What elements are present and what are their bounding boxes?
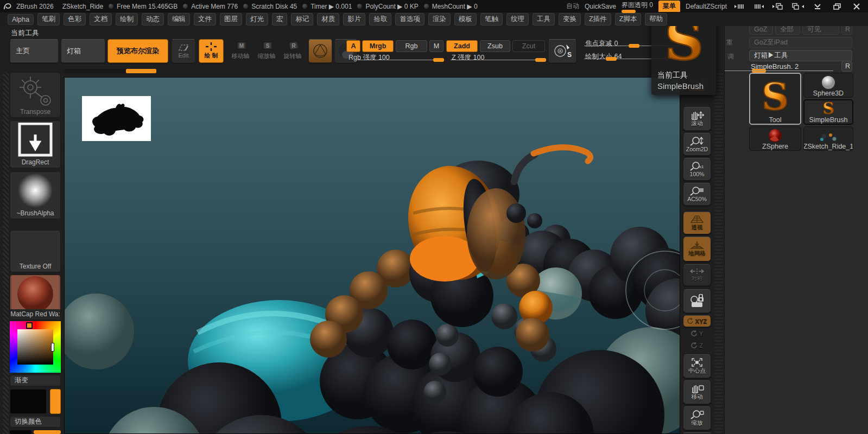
symmetry-button[interactable]: 对称 xyxy=(683,264,711,286)
menu-stroke[interactable]: 笔触 xyxy=(480,13,503,25)
alpha-channel-button[interactable]: A xyxy=(346,40,360,52)
zadd-button[interactable]: Zadd xyxy=(446,40,478,52)
lightbox-to-tool-button[interactable]: 灯箱▶工具 xyxy=(749,50,852,61)
color-picker[interactable] xyxy=(10,321,61,373)
rotate-z-button[interactable]: Z xyxy=(683,340,711,351)
focal-shift-handle[interactable] xyxy=(629,44,639,48)
menu-layer[interactable]: 图层 xyxy=(220,13,242,25)
menu-dynamic[interactable]: 动态 xyxy=(142,13,164,25)
transpose-button[interactable]: Transpose xyxy=(10,72,61,118)
collapse-left-tray-button[interactable] xyxy=(732,2,746,11)
gradient-button[interactable]: 渐变 xyxy=(10,375,61,386)
menu-light[interactable]: 灯光 xyxy=(246,13,268,25)
z-intensity-handle[interactable] xyxy=(535,58,546,62)
menu-marker[interactable]: 标记 xyxy=(291,13,313,25)
viewport-canvas[interactable] xyxy=(64,77,680,434)
menu-file[interactable]: 文件 xyxy=(194,13,216,25)
next-ui-layout-button[interactable] xyxy=(791,2,805,11)
zscript-button[interactable]: DefaultZScript xyxy=(686,3,727,10)
ui-opacity-slider[interactable]: 界面透明 0 xyxy=(622,1,653,12)
move-axis-button[interactable]: M 移动轴 xyxy=(228,39,253,63)
saturation-value-square[interactable] xyxy=(17,329,53,365)
tool-item-sphere3d[interactable]: Sphere3D xyxy=(803,73,853,98)
zsub-button[interactable]: Zsub xyxy=(480,40,510,52)
alt-color-swatch-partial[interactable] xyxy=(10,430,31,434)
tool-item-simplebrush[interactable]: S SimpleBrush xyxy=(803,99,853,125)
menu-tool[interactable]: 工具 xyxy=(533,13,555,25)
draw-size-handle[interactable] xyxy=(606,57,617,61)
tray-divider[interactable] xyxy=(714,73,723,434)
menu-render[interactable]: 渲染 xyxy=(428,13,451,25)
pan-move-button[interactable]: 移动 xyxy=(683,380,711,404)
hue-cursor[interactable] xyxy=(26,322,33,329)
menu-edit[interactable]: 编辑 xyxy=(168,13,190,25)
texture-off-button[interactable]: Texture Off xyxy=(10,230,61,272)
rotate-xyz-button[interactable]: XYZ xyxy=(683,315,711,327)
secondary-color-swatch[interactable] xyxy=(50,389,61,414)
perspective-button[interactable]: 透视 xyxy=(683,212,711,234)
tool-item-zsphere[interactable]: ZSphere xyxy=(749,126,801,151)
menu-movie[interactable]: 影片 xyxy=(343,13,365,25)
close-button[interactable] xyxy=(850,2,864,11)
tool-r-button[interactable]: R xyxy=(841,61,852,72)
antialiased-half-button[interactable]: AC50% xyxy=(683,183,711,206)
menu-transform[interactable]: 变换 xyxy=(559,13,581,25)
menu-brush[interactable]: 笔刷 xyxy=(37,13,60,25)
ui-opacity-handle[interactable] xyxy=(622,10,636,13)
lightbox-button[interactable]: 灯箱 xyxy=(61,39,105,63)
menu-preferences[interactable]: 首选项 xyxy=(395,13,425,25)
collapse-right-tray-button[interactable] xyxy=(752,2,766,11)
camera-lock-button[interactable] xyxy=(683,289,711,313)
stroke-dragrect-button[interactable]: DragRect xyxy=(10,120,61,168)
menu-zplugin[interactable]: Z插件 xyxy=(585,13,611,25)
menu-help[interactable]: 帮助 xyxy=(645,13,667,25)
lazy-mouse-button[interactable]: S xyxy=(548,39,576,63)
rotate-y-button[interactable]: Y xyxy=(683,328,711,339)
quicksave-button[interactable]: QuickSave xyxy=(585,3,616,10)
menu-draw[interactable]: 绘制 xyxy=(116,13,138,25)
actual-size-button[interactable]: x1 100% xyxy=(683,158,711,181)
goz-ipad-button[interactable]: GoZ至iPad xyxy=(749,37,852,48)
mrgb-button[interactable]: Mrgb xyxy=(362,40,394,52)
lightbox-divider-slider[interactable] xyxy=(64,69,156,73)
preview-boolean-button[interactable]: 预览布尔渲染 xyxy=(107,39,168,63)
menu-document[interactable]: 文档 xyxy=(90,13,112,25)
minimize-button[interactable] xyxy=(810,2,825,11)
menu-material[interactable]: 材质 xyxy=(317,13,339,25)
tool-item-zsketch-ride[interactable]: ZSketch_Ride_1 xyxy=(803,126,853,151)
zcut-button[interactable]: Zcut xyxy=(512,40,545,52)
active-tool-slider[interactable] xyxy=(725,71,833,71)
menu-picker[interactable]: 拾取 xyxy=(369,13,391,25)
m-button[interactable]: M xyxy=(429,40,443,52)
scroll-button[interactable]: 滚动 xyxy=(683,107,711,131)
menu-macro[interactable]: 宏 xyxy=(272,13,288,25)
draw-button[interactable]: 绘 制 xyxy=(199,39,224,63)
prev-ui-layout-button[interactable] xyxy=(771,2,785,11)
zoom3d-button[interactable]: 缩放 xyxy=(683,406,711,430)
switch-color-button[interactable]: 切换颜色 xyxy=(10,416,61,427)
material-matcap-button[interactable]: MatCap Red Wa: xyxy=(10,275,61,320)
scale-axis-button[interactable]: S 缩放轴 xyxy=(254,39,279,63)
left-tray-scrollbar[interactable] xyxy=(3,72,9,434)
restore-button[interactable] xyxy=(830,2,844,11)
edit-button[interactable]: Edit xyxy=(172,39,195,63)
sv-cursor[interactable] xyxy=(51,343,54,352)
rgb-button[interactable]: Rgb xyxy=(396,40,427,52)
zoom2d-button[interactable]: Zoom2D xyxy=(683,133,711,156)
menu-button[interactable]: 菜单 xyxy=(658,1,680,12)
main-color-swatch[interactable] xyxy=(10,389,47,414)
menu-alpha[interactable]: Alpha xyxy=(8,14,34,25)
rotate-axis-button[interactable]: R 旋转轴 xyxy=(280,39,305,63)
home-button[interactable]: 主页 xyxy=(10,39,59,63)
alpha-brushalpha-button[interactable]: ~BrushAlpha xyxy=(10,171,61,219)
menu-color[interactable]: 色彩 xyxy=(64,13,86,25)
floor-grid-button[interactable]: 地网格 xyxy=(683,237,711,261)
menu-zscript[interactable]: Z脚本 xyxy=(615,13,642,25)
active-tool-thumbnail[interactable]: S Tool xyxy=(749,73,801,125)
alt-color-swatch-partial[interactable] xyxy=(34,430,61,434)
brush-preview-button[interactable] xyxy=(308,39,332,63)
rgb-intensity-handle[interactable] xyxy=(433,58,444,62)
frame-center-button[interactable]: 中心点 xyxy=(683,354,711,378)
menu-stencil[interactable]: 模板 xyxy=(454,13,477,25)
menu-texture[interactable]: 纹理 xyxy=(506,13,529,25)
